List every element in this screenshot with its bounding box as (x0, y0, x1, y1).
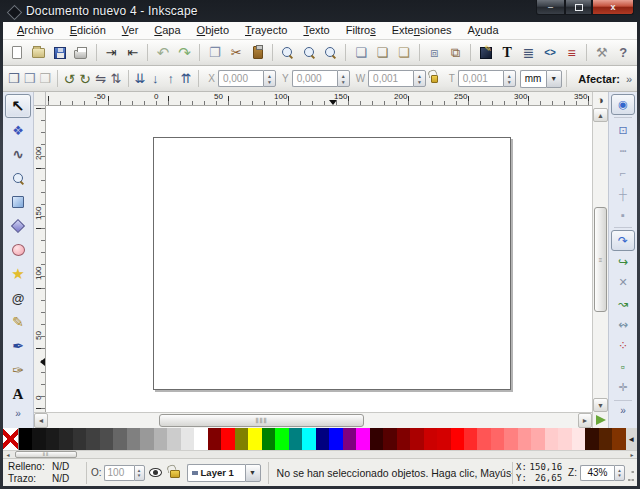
spiral-tool-button[interactable]: @ (5, 286, 31, 310)
menu-ayuda[interactable]: Ayuda (460, 22, 507, 39)
unlink-clone-button[interactable]: ❏ (394, 42, 413, 64)
new-document-button[interactable] (7, 42, 26, 64)
color-swatch[interactable] (585, 428, 598, 450)
palette-arrow-icon[interactable]: ◄ (626, 428, 637, 450)
titlebar[interactable]: Documento nuevo 4 - Inkscape – x (3, 0, 637, 22)
rotate-cw-button[interactable]: ↻ (78, 68, 92, 90)
canvas[interactable] (46, 106, 592, 412)
resize-grip[interactable] (627, 463, 635, 483)
color-swatch[interactable] (194, 428, 207, 450)
palette-scroll-right-icon[interactable]: ► (627, 451, 637, 458)
menu-archivo[interactable]: Archivo (9, 22, 62, 39)
vertical-scroll-thumb[interactable]: ≡ (594, 207, 607, 312)
zoom-drawing-button[interactable] (300, 42, 319, 64)
palette-scroll-left-icon[interactable]: ◄ (3, 451, 13, 458)
snap-rotation-centers-button[interactable]: ✛ (611, 377, 635, 398)
color-swatch[interactable] (127, 428, 140, 450)
snap-object-centers-button[interactable]: ▫ (611, 356, 635, 377)
color-swatch[interactable] (451, 428, 464, 450)
color-swatch[interactable] (410, 428, 423, 450)
color-swatch[interactable] (518, 428, 531, 450)
color-swatch[interactable] (46, 428, 59, 450)
color-swatch[interactable] (302, 428, 315, 450)
undo-button[interactable]: ↶ (153, 42, 172, 64)
menu-edicin[interactable]: Edición (62, 22, 114, 39)
group-button[interactable]: ⧈ (424, 42, 443, 64)
box3d-tool-button[interactable] (5, 214, 31, 238)
flip-vertical-button[interactable]: ⇅ (109, 68, 122, 90)
color-swatch[interactable] (558, 428, 571, 450)
lower-button[interactable]: ↓ (149, 68, 162, 90)
export-button[interactable]: ⇤ (123, 42, 142, 64)
preferences-button[interactable]: ⚒ (592, 42, 611, 64)
menu-trayecto[interactable]: Trayecto (237, 22, 295, 39)
open-document-button[interactable] (28, 42, 47, 64)
minimize-button[interactable]: – (536, 0, 565, 15)
color-swatch[interactable] (477, 428, 490, 450)
color-swatch[interactable] (612, 428, 625, 450)
color-management-icon[interactable]: ◑ (593, 92, 608, 108)
snap-smooth-nodes-button[interactable]: ↭ (611, 314, 635, 335)
scroll-up-arrow-icon[interactable]: ▲ (593, 108, 608, 122)
color-swatch[interactable] (437, 428, 450, 450)
color-swatch[interactable] (208, 428, 221, 450)
color-swatch[interactable] (289, 428, 302, 450)
cut-button[interactable]: ✂ (226, 42, 245, 64)
color-swatch[interactable] (383, 428, 396, 450)
t-spinner[interactable]: ▲▼ (503, 70, 516, 87)
layer-selector[interactable]: Layer 1 ▼ (187, 464, 261, 482)
rectangle-tool-button[interactable] (5, 190, 31, 214)
menu-ver[interactable]: Ver (114, 22, 147, 39)
color-swatch[interactable] (356, 428, 369, 450)
color-swatch[interactable] (599, 428, 612, 450)
select-all-button[interactable]: ❒ (7, 68, 21, 90)
color-swatch[interactable] (464, 428, 477, 450)
scroll-left-arrow-icon[interactable]: ◄ (34, 413, 48, 428)
snap-path-intersections-button[interactable]: ✕ (611, 272, 635, 293)
fill-stroke-dialog-button[interactable] (476, 42, 495, 64)
color-swatch[interactable] (167, 428, 180, 450)
color-swatch[interactable] (545, 428, 558, 450)
flip-horizontal-button[interactable]: ⇋ (94, 68, 107, 90)
document-page[interactable] (153, 137, 511, 390)
paste-button[interactable] (248, 42, 267, 64)
close-button[interactable]: x (592, 0, 634, 15)
color-swatch[interactable] (181, 428, 194, 450)
lower-to-bottom-button[interactable]: ⇊ (133, 68, 146, 90)
t-input[interactable]: 0,001 (458, 70, 503, 87)
color-swatch[interactable] (86, 428, 99, 450)
y-input[interactable]: 0,000 (292, 70, 337, 87)
snap-bbox-button[interactable]: ⊡ (611, 120, 635, 141)
color-swatch[interactable] (73, 428, 86, 450)
snap-midpoints-button[interactable]: ⁘ (611, 335, 635, 356)
help-button[interactable]: ? (614, 42, 633, 64)
layer-lock-icon[interactable] (170, 470, 180, 478)
zoom-spinner[interactable]: ▲▼ (614, 465, 625, 481)
snap-bbox-edges-button[interactable]: ┅ (611, 141, 635, 162)
zoom-tool-button[interactable] (5, 166, 31, 190)
ungroup-button[interactable]: ⧉ (446, 42, 465, 64)
x-spinner[interactable]: ▲▼ (263, 70, 276, 87)
duplicate-button[interactable]: ❏ (351, 42, 370, 64)
opacity-spinner[interactable]: ▲▼ (134, 465, 145, 481)
calligraphy-tool-button[interactable]: ✑ (5, 358, 31, 382)
color-swatch[interactable] (329, 428, 342, 450)
toolbar-overflow-button[interactable]: » (626, 73, 632, 85)
vertical-ruler[interactable]: 200150100500 (34, 106, 46, 412)
selector-tool-button[interactable]: ↖ (5, 94, 31, 118)
zoom-input[interactable]: 43% (580, 465, 614, 481)
menu-capa[interactable]: Capa (146, 22, 188, 39)
pencil-tool-button[interactable]: ✎ (5, 310, 31, 334)
x-input[interactable]: 0,000 (218, 70, 263, 87)
menu-texto[interactable]: Texto (295, 22, 337, 39)
color-swatch[interactable] (343, 428, 356, 450)
snap-bbox-edge-midpoints-button[interactable]: ┼ (611, 183, 635, 204)
pen-tool-button[interactable]: ✒ (5, 334, 31, 358)
snap-cusp-nodes-button[interactable]: ↝ (611, 293, 635, 314)
copy-button[interactable]: ❐ (205, 42, 224, 64)
import-button[interactable]: ⇥ (102, 42, 121, 64)
color-swatch[interactable] (140, 428, 153, 450)
snap-paths-button[interactable]: ↪ (611, 251, 635, 272)
scroll-down-arrow-icon[interactable]: ▼ (593, 398, 608, 412)
color-swatch[interactable] (491, 428, 504, 450)
